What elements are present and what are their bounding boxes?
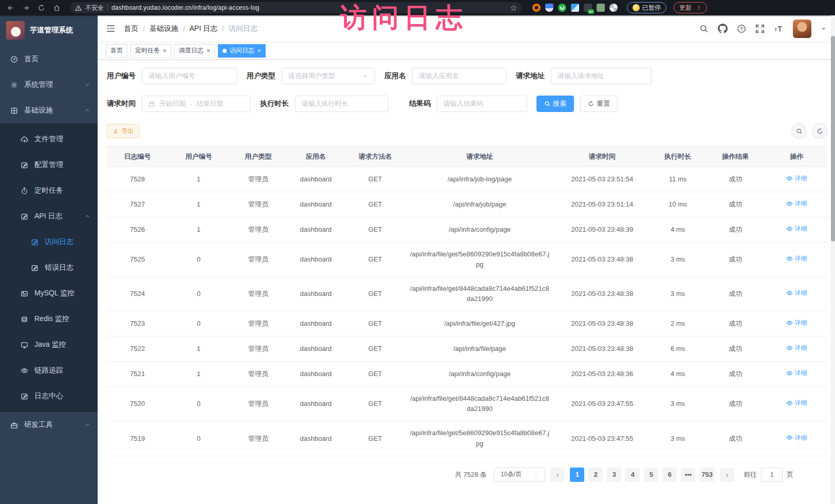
extension-pinwheel-icon[interactable] xyxy=(609,4,618,12)
cell-action: 详细 xyxy=(766,362,827,387)
extension-grid-icon[interactable]: an xyxy=(584,4,592,12)
bookmark-star-icon[interactable] xyxy=(510,5,517,11)
browser-back-icon[interactable] xyxy=(4,2,16,14)
close-icon[interactable]: × xyxy=(207,48,210,54)
close-icon[interactable]: × xyxy=(257,48,261,54)
sidebar: 芋道管理系统 首页系统管理基础设施文件管理配置管理定时任务API 日志访问日志错… xyxy=(0,15,98,504)
detail-link[interactable]: 详细 xyxy=(786,254,807,264)
cell-action: 详细 xyxy=(766,311,827,337)
page-button-753[interactable]: 753 xyxy=(699,468,715,482)
scrollbar-thumb[interactable] xyxy=(831,36,835,241)
browser-reload-icon[interactable] xyxy=(35,2,47,14)
sidebar-item-file-management[interactable]: 文件管理 xyxy=(0,126,98,152)
page-button-3[interactable]: 3 xyxy=(607,468,621,482)
extension-shield-icon[interactable] xyxy=(545,4,553,12)
detail-link[interactable]: 详细 xyxy=(786,318,807,328)
browser-menu-icon[interactable]: ⋮ xyxy=(696,5,701,11)
extension-puzzle-icon[interactable] xyxy=(571,4,579,12)
tab-调度日志[interactable]: 调度日志× xyxy=(174,44,215,58)
fullscreen-icon[interactable] xyxy=(755,24,765,33)
page-button-2[interactable]: 2 xyxy=(588,468,603,482)
detail-link[interactable]: 详细 xyxy=(786,288,807,298)
sidebar-item-redis-monitor[interactable]: Redis 监控 xyxy=(0,306,98,332)
tab-访问日志[interactable]: 访问日志× xyxy=(218,44,266,58)
cell-method: GET xyxy=(345,362,406,387)
cell-id: 7526 xyxy=(107,217,168,242)
page-size-select[interactable]: 10条/页 xyxy=(494,468,545,482)
detail-link[interactable]: 详细 xyxy=(786,343,807,353)
browser-forward-icon[interactable] xyxy=(20,2,32,14)
breadcrumb-infrastructure[interactable]: 基础设施 xyxy=(150,24,178,33)
page-button-4[interactable]: 4 xyxy=(625,468,640,482)
sidebar-item-java-monitor[interactable]: Java 监控 xyxy=(0,332,98,358)
app-name-input[interactable]: 请输入应用名 xyxy=(412,68,507,84)
sidebar-item-trace[interactable]: 链路追踪 xyxy=(0,358,98,383)
search-icon[interactable] xyxy=(699,24,709,33)
sidebar-item-access-log[interactable]: 访问日志 xyxy=(0,229,98,255)
app-logo[interactable]: 芋道管理系统 xyxy=(0,15,98,45)
tab-定时任务[interactable]: 定时任务× xyxy=(131,44,171,58)
duration-input[interactable]: 请输入执行时长 xyxy=(295,96,388,112)
logo-avatar xyxy=(6,21,25,40)
detail-link[interactable]: 详细 xyxy=(786,224,807,234)
hamburger-icon[interactable] xyxy=(106,24,116,33)
page-ellipsis[interactable]: ••• xyxy=(681,468,695,482)
reset-button[interactable]: 重置 xyxy=(580,96,618,112)
user-id-input[interactable]: 请输入用户编号 xyxy=(142,68,237,84)
scrollbar-track[interactable] xyxy=(831,15,835,504)
extension-orange-icon[interactable] xyxy=(532,4,541,12)
font-size-icon[interactable]: TT xyxy=(774,24,784,33)
browser-update-button[interactable]: 更新 ⋮ xyxy=(674,2,707,13)
page-button-6[interactable]: 6 xyxy=(662,468,677,482)
page-button-5[interactable]: 5 xyxy=(644,468,658,482)
refresh-table-button[interactable] xyxy=(812,123,827,139)
detail-link[interactable]: 详细 xyxy=(786,433,807,443)
cell-method: GET xyxy=(345,192,406,217)
help-icon[interactable]: ? xyxy=(737,24,746,33)
github-icon[interactable] xyxy=(718,24,728,33)
sidebar-item-error-log[interactable]: 错误日志 xyxy=(0,255,98,281)
next-page-button[interactable]: › xyxy=(720,468,734,482)
page-button-1[interactable]: 1 xyxy=(570,468,584,482)
navbar-actions: ? TT xyxy=(699,20,827,38)
breadcrumb-home[interactable]: 首页 xyxy=(124,24,138,33)
request-url-input[interactable]: 请输入请求地址 xyxy=(551,68,652,84)
sidebar-item-config-management[interactable]: 配置管理 xyxy=(0,152,98,178)
user-type-select[interactable]: 请选择用户类型 xyxy=(282,68,375,84)
export-button[interactable]: 导出 xyxy=(107,124,139,138)
filter-row-2: 请求时间 开始日期 - 结束日期 执行时长 请输入执行时长 结果码 请输入结果码 xyxy=(107,96,827,112)
sidebar-item-api-log[interactable]: API 日志 xyxy=(0,203,98,229)
detail-link[interactable]: 详细 xyxy=(786,174,807,183)
detail-link[interactable]: 详细 xyxy=(786,398,807,408)
sidebar-item-home[interactable]: 首页 xyxy=(0,46,98,72)
cell-duration: 2 ms xyxy=(651,311,704,337)
sidebar-item-log-center[interactable]: 日志中心 xyxy=(0,383,98,409)
prev-page-button[interactable]: ‹ xyxy=(550,468,565,482)
result-code-input[interactable]: 请输入结果码 xyxy=(437,96,527,112)
cell-action: 详细 xyxy=(766,337,827,362)
sidebar-item-system-management[interactable]: 系统管理 xyxy=(0,72,98,98)
tab-首页[interactable]: 首页 xyxy=(106,44,127,58)
cell-action: 详细 xyxy=(766,387,827,421)
cell-action: 详细 xyxy=(766,167,827,192)
extension-green-icon[interactable] xyxy=(558,4,566,12)
profile-sync-paused-chip[interactable]: 已暂停 xyxy=(627,2,666,13)
browser-home-icon[interactable] xyxy=(50,2,63,14)
sidebar-item-mysql-monitor[interactable]: MySQL 监控 xyxy=(0,281,98,306)
detail-link[interactable]: 详细 xyxy=(786,368,807,378)
chevron-up-icon xyxy=(84,107,90,114)
close-icon[interactable]: × xyxy=(163,48,166,54)
goto-page-input[interactable] xyxy=(761,468,783,482)
address-bar[interactable]: 不安全 dashboard.yudao.iocoder.cn/infra/log… xyxy=(70,2,522,13)
request-time-range-picker[interactable]: 开始日期 - 结束日期 xyxy=(142,96,251,112)
toggle-search-button[interactable] xyxy=(791,123,807,139)
sidebar-item-dev-tools[interactable]: 研发工具 xyxy=(0,412,98,438)
extension-person-icon[interactable] xyxy=(597,4,605,12)
sidebar-item-scheduled-jobs[interactable]: 定时任务 xyxy=(0,178,98,203)
breadcrumb-api-log[interactable]: API 日志 xyxy=(190,24,217,33)
sidebar-item-infrastructure[interactable]: 基础设施 xyxy=(0,98,98,123)
search-button[interactable]: 搜索 xyxy=(536,96,574,112)
chevron-down-icon[interactable] xyxy=(821,26,827,32)
user-avatar[interactable] xyxy=(793,20,811,38)
detail-link[interactable]: 详细 xyxy=(786,199,807,209)
